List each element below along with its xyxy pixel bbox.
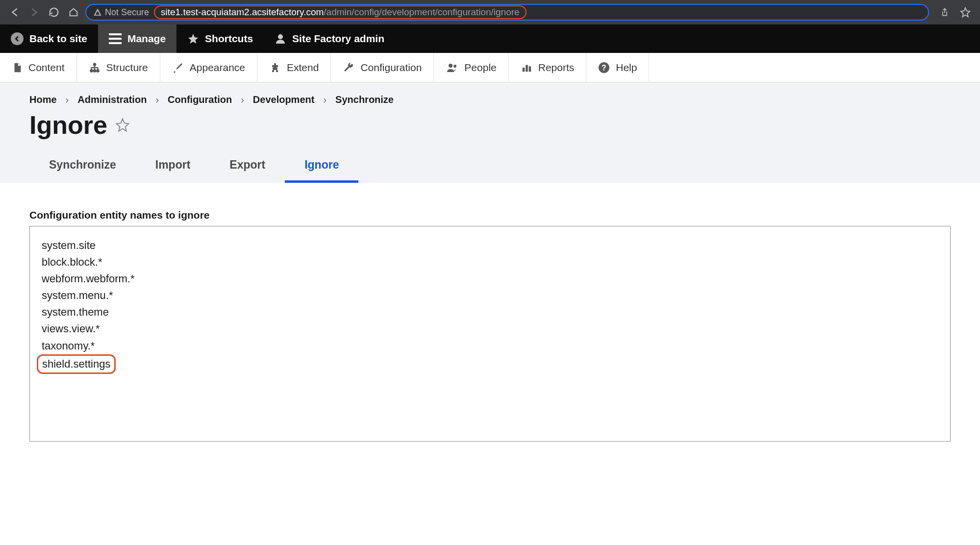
- reports-icon: [521, 62, 532, 73]
- admin-toolbar: Back to site Manage Shortcuts Site Facto…: [0, 25, 980, 53]
- svg-point-0: [278, 34, 283, 39]
- page-title: Ignore: [29, 110, 107, 140]
- content-icon: [12, 62, 23, 73]
- warning-icon: [93, 8, 102, 17]
- help-icon: ?: [598, 62, 610, 74]
- tab-import[interactable]: Import: [136, 150, 210, 183]
- breadcrumb-item[interactable]: Synchronize: [335, 94, 394, 105]
- breadcrumb-item[interactable]: Administration: [77, 94, 147, 105]
- svg-point-5: [449, 64, 452, 68]
- config-line: taxonomy.*: [42, 338, 938, 354]
- nav-configuration-label: Configuration: [360, 62, 422, 74]
- browser-toolbar: Not Secure site1.test-acquiatam2.acsitef…: [0, 0, 980, 25]
- configuration-icon: [343, 62, 354, 74]
- nav-forward-button[interactable]: [26, 4, 42, 20]
- breadcrumb: Home › Administration › Configuration › …: [29, 94, 951, 105]
- nav-people-label: People: [464, 62, 496, 74]
- config-line: webform.webform.*: [42, 271, 938, 287]
- manage-label: Manage: [127, 33, 166, 45]
- nav-structure[interactable]: Structure: [77, 53, 160, 82]
- nav-extend-label: Extend: [287, 62, 319, 74]
- url-highlight-annotation: site1.test-acquiatam2.acsitefactory.com/…: [154, 5, 527, 19]
- extend-icon: [269, 62, 281, 74]
- tab-ignore[interactable]: Ignore: [285, 150, 358, 183]
- manage-button[interactable]: Manage: [98, 25, 176, 53]
- svg-rect-9: [528, 66, 531, 72]
- page-header: Home › Administration › Configuration › …: [0, 82, 980, 183]
- shortcuts-label: Shortcuts: [205, 33, 253, 45]
- nav-configuration[interactable]: Configuration: [331, 53, 434, 82]
- not-secure-badge[interactable]: Not Secure: [93, 7, 149, 18]
- tab-synchronize[interactable]: Synchronize: [29, 150, 136, 183]
- config-line: shield.settings: [42, 354, 938, 374]
- nav-appearance-label: Appearance: [190, 62, 245, 74]
- config-line: system.menu.*: [42, 287, 938, 304]
- shortcuts-button[interactable]: Shortcuts: [176, 25, 264, 53]
- hamburger-icon: [109, 33, 122, 44]
- nav-extend[interactable]: Extend: [257, 53, 331, 82]
- chevron-left-icon: [11, 32, 24, 45]
- nav-reports-label: Reports: [538, 62, 575, 74]
- config-line: views.view.*: [42, 321, 938, 337]
- breadcrumb-item[interactable]: Home: [29, 94, 57, 105]
- address-bar[interactable]: Not Secure site1.test-acquiatam2.acsitef…: [85, 4, 929, 21]
- svg-text:?: ?: [602, 64, 606, 72]
- people-icon: [446, 62, 458, 74]
- user-label: Site Factory admin: [292, 33, 384, 45]
- share-button[interactable]: [937, 4, 953, 20]
- svg-point-2: [90, 70, 93, 72]
- main-content: Configuration entity names to ignore sys…: [0, 183, 980, 468]
- nav-structure-label: Structure: [106, 62, 148, 74]
- config-line: system.theme: [42, 304, 938, 321]
- config-ignore-textarea[interactable]: system.siteblock.block.*webform.webform.…: [29, 226, 951, 442]
- secure-label: Not Secure: [105, 7, 149, 18]
- svg-point-4: [97, 70, 99, 72]
- nav-appearance[interactable]: Appearance: [160, 53, 257, 82]
- structure-icon: [89, 62, 101, 73]
- bookmark-star-button[interactable]: [957, 4, 973, 20]
- url-display: site1.test-acquiatam2.acsitefactory.com/…: [154, 5, 921, 19]
- favorite-star-icon[interactable]: [115, 118, 130, 132]
- reload-button[interactable]: [46, 4, 62, 20]
- nav-people[interactable]: People: [434, 53, 508, 82]
- nav-help-label: Help: [616, 62, 637, 74]
- back-to-site-button[interactable]: Back to site: [0, 25, 98, 53]
- chevron-right-icon: ›: [155, 94, 159, 105]
- admin-menu: Content Structure Appearance Extend Conf…: [0, 53, 980, 82]
- user-menu-button[interactable]: Site Factory admin: [264, 25, 395, 53]
- url-domain: site1.test-acquiatam2.acsitefactory.com: [161, 7, 324, 18]
- svg-point-3: [93, 70, 96, 72]
- back-to-site-label: Back to site: [29, 33, 87, 45]
- config-line: system.site: [42, 237, 938, 254]
- home-button[interactable]: [66, 4, 81, 20]
- svg-rect-8: [526, 65, 528, 72]
- star-icon: [187, 33, 199, 45]
- user-icon: [275, 33, 286, 45]
- nav-content-label: Content: [28, 62, 65, 74]
- config-line: block.block.*: [42, 254, 938, 271]
- nav-content[interactable]: Content: [0, 53, 77, 82]
- highlight-annotation: shield.settings: [37, 354, 116, 374]
- svg-point-6: [453, 65, 456, 68]
- chevron-right-icon: ›: [241, 94, 244, 105]
- svg-point-1: [93, 63, 96, 66]
- nav-back-button[interactable]: [7, 4, 23, 20]
- svg-rect-7: [522, 68, 525, 72]
- chevron-right-icon: ›: [323, 94, 327, 105]
- breadcrumb-item[interactable]: Development: [253, 94, 315, 105]
- url-path: /admin/config/development/configuration/…: [324, 7, 519, 18]
- nav-help[interactable]: ? Help: [586, 53, 649, 82]
- primary-tabs: Synchronize Import Export Ignore: [29, 150, 951, 183]
- tab-export[interactable]: Export: [210, 150, 285, 183]
- field-label: Configuration entity names to ignore: [29, 209, 951, 221]
- breadcrumb-item[interactable]: Configuration: [168, 94, 232, 105]
- chevron-right-icon: ›: [66, 94, 69, 105]
- nav-reports[interactable]: Reports: [509, 53, 587, 82]
- appearance-icon: [172, 62, 184, 74]
